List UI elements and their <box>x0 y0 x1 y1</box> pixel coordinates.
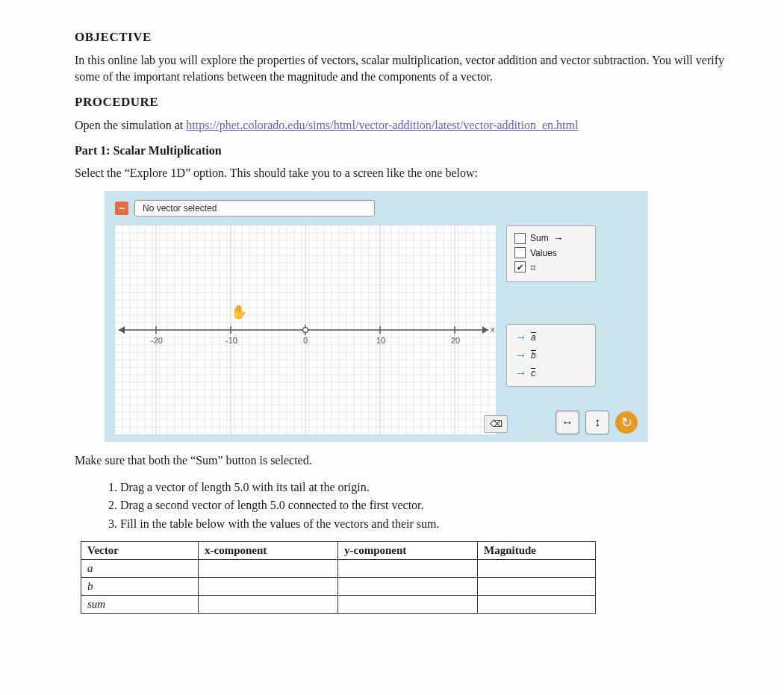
table-row-a: a <box>81 560 596 578</box>
vertical-mode-button[interactable]: ↕ <box>585 411 609 434</box>
vector-b-label: b <box>531 350 536 361</box>
checkbox-values[interactable] <box>514 247 526 258</box>
reset-button[interactable]: ↻ <box>615 411 638 434</box>
part1-heading: Part 1: Scalar Multiplication <box>75 144 747 158</box>
procedure-heading: PROCEDURE <box>75 95 747 110</box>
vector-c-label: c <box>531 368 535 378</box>
horizontal-mode-button[interactable]: ↔ <box>556 411 579 434</box>
step-1: Drag a vector of length 5.0 with its tai… <box>120 479 747 496</box>
axis-x-label: x <box>490 325 495 334</box>
eraser-icon: ⌫ <box>490 419 503 429</box>
table-row-sum: sum <box>81 596 596 614</box>
vector-palette: → a → b → c <box>506 324 596 387</box>
tick-neg20: -20 <box>151 336 163 345</box>
vector-status-label: No vector selected <box>134 200 375 216</box>
open-sim-prefix: Open the simulation at <box>75 119 186 131</box>
objective-heading: OBJECTIVE <box>75 30 747 45</box>
row-sum-label: sum <box>81 596 199 614</box>
row-b-mag <box>478 578 596 596</box>
sim-topbar: − No vector selected <box>115 200 638 216</box>
vector-arrow-icon: → <box>514 349 526 362</box>
document-page: OBJECTIVE In this online lab you will ex… <box>0 0 784 695</box>
grab-cursor-icon: ✋ <box>231 304 247 320</box>
eraser-button[interactable]: ⌫ <box>484 415 508 433</box>
vector-arrow-icon: → <box>514 367 526 380</box>
vector-a-label: a <box>531 332 536 343</box>
sim-main-area: -20 -10 0 10 20 x ✋ Sum → <box>115 225 638 434</box>
row-b-y <box>338 578 478 596</box>
row-a-label: a <box>81 560 199 578</box>
vector-item-a[interactable]: → a <box>514 331 588 344</box>
horizontal-arrow-icon: ↔ <box>561 416 573 429</box>
option-sum[interactable]: Sum → <box>514 232 588 244</box>
graph-container: -20 -10 0 10 20 x ✋ <box>115 225 496 434</box>
tick-0: 0 <box>303 336 308 345</box>
vertical-arrow-icon: ↕ <box>594 416 600 429</box>
procedure-open-text: Open the simulation at https://phet.colo… <box>75 117 747 134</box>
table-header-row: Vector x-component y-component Magnitude <box>81 542 596 560</box>
vector-item-c[interactable]: → c <box>514 367 588 380</box>
row-b-x <box>199 578 338 596</box>
objective-text: In this online lab you will explore the … <box>75 52 747 84</box>
row-a-y <box>338 560 478 578</box>
row-sum-mag <box>478 596 596 614</box>
table-row-b: b <box>81 578 596 596</box>
row-sum-y <box>338 596 478 614</box>
option-values[interactable]: Values <box>514 247 588 258</box>
row-a-mag <box>478 560 596 578</box>
side-panel: Sum → Values ⌗ → a <box>506 225 596 387</box>
simulation-panel: − No vector selected <box>105 191 648 442</box>
reset-icon: ↻ <box>621 414 632 431</box>
row-sum-x <box>199 596 338 614</box>
collapse-button[interactable]: − <box>115 202 128 215</box>
part1-text: Select the “Explore 1D” option. This sho… <box>75 165 747 181</box>
tick-20: 20 <box>451 336 460 345</box>
checkbox-sum[interactable] <box>514 233 526 244</box>
make-sure-text: Make sure that both the “Sum” button is … <box>75 452 747 469</box>
bottom-controls: ↔ ↕ ↻ <box>556 411 638 434</box>
graph-grid[interactable]: -20 -10 0 10 20 x <box>115 225 496 434</box>
th-mag: Magnitude <box>478 542 596 560</box>
checkbox-grid[interactable] <box>514 261 526 272</box>
tick-10: 10 <box>376 336 385 345</box>
option-grid[interactable]: ⌗ <box>514 261 588 272</box>
vector-arrow-icon: → <box>514 331 526 344</box>
values-label: Values <box>530 248 557 258</box>
svg-point-93 <box>303 328 308 333</box>
row-b-label: b <box>81 578 199 596</box>
tick-neg10: -10 <box>225 336 237 345</box>
options-box: Sum → Values ⌗ <box>506 225 596 282</box>
step-2: Drag a second vector of length 5.0 conne… <box>120 497 747 514</box>
th-vector: Vector <box>81 542 199 560</box>
row-a-x <box>199 560 338 578</box>
th-ycomp: y-component <box>338 542 478 560</box>
sum-label: Sum <box>530 233 549 243</box>
th-xcomp: x-component <box>199 542 338 560</box>
steps-list: Drag a vector of length 5.0 with its tai… <box>101 479 747 532</box>
sum-arrow-icon: → <box>553 232 564 244</box>
vector-table: Vector x-component y-component Magnitude… <box>81 541 596 614</box>
sim-link[interactable]: https://phet.colorado.edu/sims/html/vect… <box>186 119 578 131</box>
vector-item-b[interactable]: → b <box>514 349 588 362</box>
step-3: Fill in the table below with the values … <box>120 516 747 532</box>
